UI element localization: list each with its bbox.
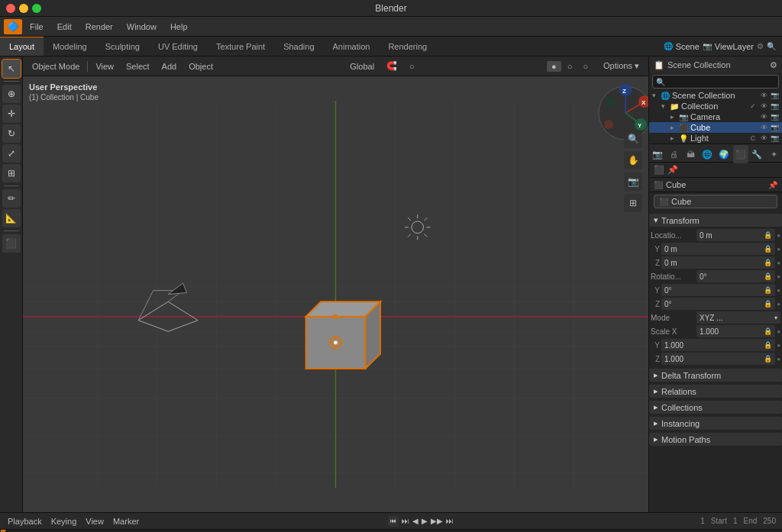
render-icon[interactable]: 👁 [759,102,768,110]
tab-shading[interactable]: Shading [274,37,323,56]
location-x-lock[interactable]: 🔒 [764,231,772,239]
prop-tab-render[interactable]: 📷 [650,145,665,163]
relations-header[interactable]: ▸ Relations [649,385,782,398]
visibility-icon[interactable]: ✓ [748,102,758,110]
viewport-mode-selector[interactable]: Object Mode [27,61,84,72]
viewport-3d[interactable]: Object Mode View Select Add Object Globa… [23,56,648,512]
object-name-field[interactable]: ⬛ Cube [654,195,777,208]
rotation-x-lock[interactable]: 🔒 [764,272,772,280]
maximize-button[interactable] [32,4,41,13]
render-icon[interactable]: 📷 [770,113,779,121]
tree-scene-collection[interactable]: ▾ 🌐 Scene Collection 👁 📷 [649,90,782,101]
visibility-icon[interactable]: 👁 [759,92,768,99]
blender-logo[interactable]: 🔷 [4,19,22,34]
exclude-icon[interactable]: 📷 [770,134,779,142]
prop-tab-object[interactable]: ⬛ [733,145,748,163]
location-x-field[interactable]: 0 m 🔒 [696,229,775,241]
motion-paths-header[interactable]: ▸ Motion Paths [649,433,782,446]
tool-select[interactable]: ↖ [2,60,21,78]
scale-y-lock[interactable]: 🔒 [764,341,772,349]
outliner-filter[interactable]: ⚙ [770,60,777,70]
viewport-shading-render[interactable]: ○ [578,61,593,72]
tab-texture-paint[interactable]: Texture Paint [207,37,274,56]
tab-sculpting[interactable]: Sculpting [96,37,149,56]
location-z-lock[interactable]: 🔒 [764,259,772,266]
viewport-add-menu[interactable]: Add [157,61,182,72]
tab-rendering[interactable]: Rendering [379,37,436,56]
timeline-view-menu[interactable]: View [84,517,105,526]
keyframe-prev-btn[interactable]: ⏮ [388,516,399,527]
tab-uv-editing[interactable]: UV Editing [149,37,207,56]
transform-orientation[interactable]: Global [345,61,379,72]
prop-tab-particles[interactable]: ✦ [766,145,781,163]
viewport-shading-material[interactable]: ○ [563,61,577,72]
visibility-icon[interactable]: C [748,134,758,142]
scale-z-field[interactable]: 1.000 🔒 [661,353,775,365]
location-z-field[interactable]: 0 m 🔒 [661,256,775,269]
rotation-y-field[interactable]: 0° 🔒 [661,284,775,296]
jump-start-btn[interactable]: ⏭ [402,517,409,525]
outliner-search[interactable]: 🔍 [652,75,779,89]
tool-scale[interactable]: ⤢ [2,144,21,163]
instancing-header[interactable]: ▸ Instancing [649,417,782,430]
viewport-object-menu[interactable]: Object [184,61,218,72]
tool-transform[interactable]: ⊞ [2,164,21,182]
viewport-grid[interactable]: ⊞ [624,194,642,212]
rotation-x-field[interactable]: 0° 🔒 [696,270,775,282]
viewport-shading-solid[interactable]: ● [547,61,561,72]
viewport-options[interactable]: Options ▾ [599,60,644,72]
snap-toggle[interactable]: 🧲 [382,60,402,72]
tab-modeling[interactable]: Modeling [44,37,96,56]
tab-animation[interactable]: Animation [324,37,380,56]
tool-rotate[interactable]: ↻ [2,124,21,143]
viewport-canvas[interactable]: User Perspective (1) Collection | Cube X… [23,76,648,512]
viewport-camera[interactable]: 📷 [624,172,642,191]
viewport-gizmo[interactable]: X Y Z [595,82,641,128]
prop-tab-output[interactable]: 🖨 [667,145,682,163]
tool-annotate[interactable]: ✏ [2,189,21,208]
menu-render[interactable]: Render [79,21,119,33]
viewport-select-menu[interactable]: Select [121,61,154,72]
tab-layout[interactable]: Layout [0,37,44,56]
menu-file[interactable]: File [24,21,50,33]
rotation-mode-select[interactable]: XYZ ... ▾ [696,311,780,324]
timeline-marker-menu[interactable]: Marker [111,517,141,526]
tool-measure[interactable]: 📐 [2,209,21,227]
scale-x-lock[interactable]: 🔒 [764,327,772,335]
visibility-icon[interactable]: 👁 [759,113,768,121]
location-y-field[interactable]: 0 m 🔒 [661,243,775,255]
active-object-pin[interactable]: 📌 [768,181,777,189]
exclude-icon[interactable]: 📷 [770,102,779,110]
prop-tab-modifiers[interactable]: 🔧 [750,145,765,163]
scale-x-field[interactable]: 1.000 🔒 [696,325,775,337]
tool-cursor[interactable]: ⊕ [2,85,21,103]
rotation-z-lock[interactable]: 🔒 [764,300,772,308]
scale-y-field[interactable]: 1.000 🔒 [661,339,775,351]
tree-light[interactable]: ▸ 💡 Light C 👁 📷 [649,133,782,143]
rotation-z-field[interactable]: 0° 🔒 [661,298,775,310]
step-back-btn[interactable]: ◀ [412,517,418,525]
collections-header[interactable]: ▸ Collections [649,401,782,414]
viewport-hand[interactable]: ✋ [624,151,642,169]
tool-move[interactable]: ✛ [2,105,21,123]
properties-pin[interactable]: 📌 [667,165,678,175]
transform-header[interactable]: ▾ Transform [649,214,782,227]
tree-cube[interactable]: ▸ ⬛ Cube 👁 📷 [649,122,782,133]
delta-transform-header[interactable]: ▸ Delta Transform [649,369,782,382]
render-icon[interactable]: 📷 [770,124,779,131]
tree-collection[interactable]: ▾ 📁 Collection ✓ 👁 📷 [649,101,782,111]
viewport-zoom-in[interactable]: 🔍 [624,130,642,148]
rotation-y-lock[interactable]: 🔒 [764,286,772,294]
tree-camera[interactable]: ▸ 📷 Camera 👁 📷 [649,111,782,122]
render-icon[interactable]: 📷 [770,92,779,99]
menu-help[interactable]: Help [164,21,194,33]
prop-tab-scene[interactable]: 🌐 [700,145,715,163]
view-layer-name[interactable]: ViewLayer [715,42,754,51]
scale-z-lock[interactable]: 🔒 [764,355,772,363]
proportional-edit[interactable]: ○ [405,61,419,72]
prop-tab-view-layer[interactable]: 🏔 [683,145,699,163]
play-btn[interactable]: ▶ [422,517,428,525]
window-controls[interactable] [6,4,41,13]
timeline-playback-menu[interactable]: Playback [6,517,44,526]
menu-edit[interactable]: Edit [51,21,78,33]
